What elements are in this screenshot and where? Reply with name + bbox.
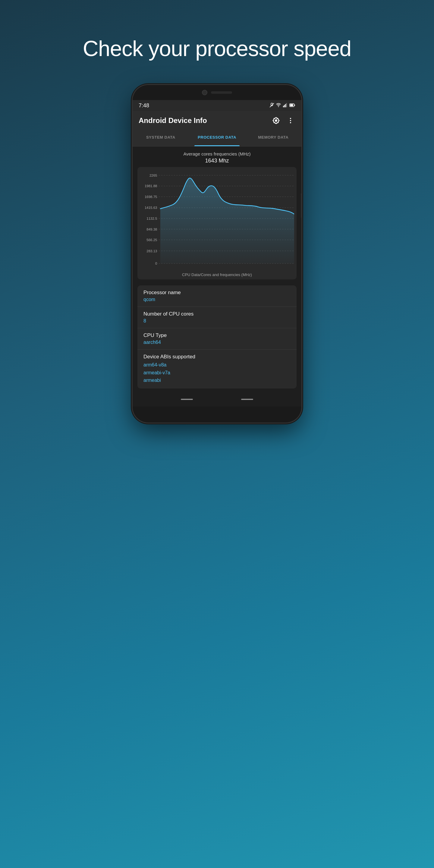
chart-section: Average cores frequencies (MHz) 1643 Mhz bbox=[133, 147, 301, 282]
info-cards: Processor name qcom Number of CPU cores … bbox=[137, 285, 297, 389]
battery-icon bbox=[289, 103, 296, 108]
cpu-type-value: aarch64 bbox=[144, 340, 290, 345]
app-bar-icons bbox=[271, 116, 296, 125]
svg-point-1 bbox=[278, 106, 279, 107]
screen-content: Average cores frequencies (MHz) 1643 Mhz bbox=[133, 147, 301, 407]
svg-rect-5 bbox=[286, 103, 287, 107]
tab-system-data[interactable]: SYSTEM DATA bbox=[133, 130, 189, 146]
status-icons bbox=[270, 103, 296, 108]
nav-back[interactable] bbox=[181, 399, 193, 400]
tabs-bar: SYSTEM DATA PROCESSOR DATA MEMORY DATA bbox=[133, 130, 301, 147]
svg-text:849.38: 849.38 bbox=[147, 227, 157, 231]
notch-bar bbox=[133, 85, 301, 100]
svg-text:0: 0 bbox=[155, 261, 157, 265]
brightness-icon bbox=[272, 117, 280, 124]
frequency-chart: 2265 1981.88 1698.75 1415.63 1132.5 849.… bbox=[140, 170, 294, 268]
wifi-icon bbox=[276, 103, 281, 108]
chart-label-top: Average cores frequencies (MHz) bbox=[137, 151, 297, 156]
nav-home[interactable] bbox=[241, 399, 253, 400]
svg-text:1415.63: 1415.63 bbox=[145, 206, 157, 210]
svg-rect-4 bbox=[285, 104, 286, 107]
svg-text:1698.75: 1698.75 bbox=[145, 195, 157, 198]
cpu-cores-value: 8 bbox=[144, 318, 290, 324]
processor-name-label: Processor name bbox=[144, 290, 290, 296]
more-menu-button[interactable] bbox=[286, 116, 296, 125]
cpu-type-label: CPU Type bbox=[144, 333, 290, 338]
status-time: 7:48 bbox=[138, 102, 149, 109]
svg-point-13 bbox=[290, 122, 291, 123]
svg-text:283.13: 283.13 bbox=[147, 249, 157, 253]
svg-rect-3 bbox=[284, 105, 285, 107]
more-vertical-icon bbox=[287, 117, 294, 124]
svg-point-10 bbox=[275, 119, 277, 122]
front-camera bbox=[202, 90, 207, 95]
chart-label-bottom: CPU Data/Cores and frequencies (MHz) bbox=[140, 273, 294, 277]
page-headline: Check your processor speed bbox=[83, 36, 351, 61]
svg-text:1132.5: 1132.5 bbox=[147, 217, 157, 220]
app-bar: Android Device Info bbox=[133, 111, 301, 130]
app-title: Android Device Info bbox=[138, 116, 207, 125]
svg-text:566.25: 566.25 bbox=[147, 238, 157, 242]
speaker-grille bbox=[211, 91, 232, 94]
cpu-cores-label: Number of CPU cores bbox=[144, 311, 290, 317]
cpu-type-item: CPU Type aarch64 bbox=[137, 328, 297, 350]
chart-container: 2265 1981.88 1698.75 1415.63 1132.5 849.… bbox=[137, 167, 297, 279]
svg-text:2265: 2265 bbox=[150, 174, 157, 177]
svg-rect-8 bbox=[294, 104, 295, 106]
processor-name-value: qcom bbox=[144, 297, 290, 302]
svg-point-12 bbox=[290, 120, 291, 121]
svg-text:1981.88: 1981.88 bbox=[145, 184, 157, 188]
tab-memory-data[interactable]: MEMORY DATA bbox=[245, 130, 301, 146]
device-abis-label: Device ABIs supported bbox=[144, 354, 290, 360]
device-abis-value: arm64-v8aarmeabi-v7aarmeabi bbox=[144, 361, 290, 384]
svg-rect-7 bbox=[290, 104, 293, 106]
mute-icon bbox=[270, 103, 274, 108]
phone-mockup: 7:48 bbox=[133, 85, 301, 423]
tab-processor-data[interactable]: PROCESSOR DATA bbox=[189, 130, 245, 146]
side-button bbox=[301, 193, 301, 218]
chart-current-value: 1643 Mhz bbox=[137, 158, 297, 164]
processor-name-item: Processor name qcom bbox=[137, 285, 297, 307]
device-abis-item: Device ABIs supported arm64-v8aarmeabi-v… bbox=[137, 350, 297, 389]
status-bar: 7:48 bbox=[133, 100, 301, 111]
cpu-cores-item: Number of CPU cores 8 bbox=[137, 307, 297, 328]
signal-icon bbox=[283, 103, 287, 108]
svg-rect-2 bbox=[283, 106, 284, 107]
svg-point-11 bbox=[290, 118, 291, 119]
svg-line-0 bbox=[270, 103, 274, 107]
brightness-button[interactable] bbox=[271, 116, 281, 125]
bottom-nav bbox=[133, 392, 301, 407]
